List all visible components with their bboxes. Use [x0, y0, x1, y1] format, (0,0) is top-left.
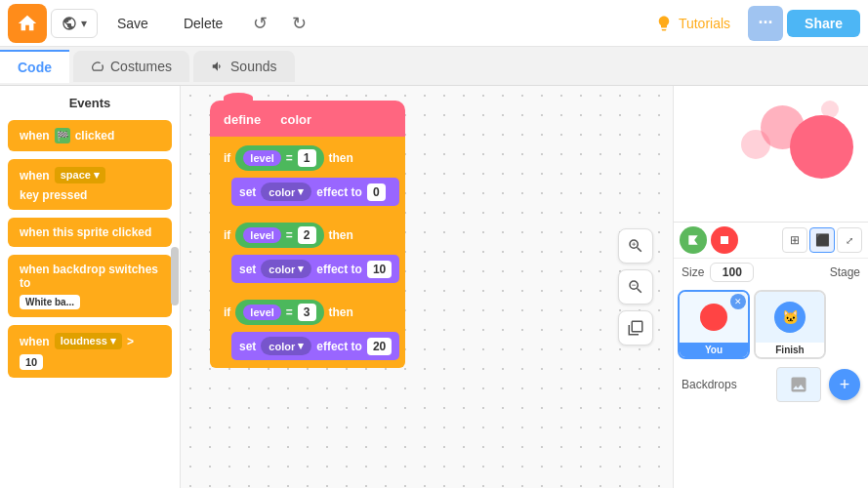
condition-3: level = 3 [235, 300, 323, 325]
set-block-2[interactable]: set color ▾ effect to 10 [231, 255, 399, 283]
size-label: Size [682, 265, 704, 279]
stage-label: Stage [830, 265, 860, 279]
tab-sounds[interactable]: Sounds [193, 51, 294, 82]
if-block-3[interactable]: if level = 3 then [216, 295, 399, 330]
sprites-grid: ✕ You 🐱 Finish [674, 286, 868, 363]
tab-code[interactable]: Code [0, 50, 69, 83]
sprite-name-finish: Finish [756, 343, 824, 357]
condition-2: level = 2 [235, 223, 323, 248]
backdrops-label: Backdrops [682, 378, 768, 391]
set-block-1[interactable]: set color ▾ effect to 0 [231, 178, 399, 206]
undo-button[interactable]: ↺ [242, 6, 277, 41]
stage-panel: ⊞ ⬛ ⤢ Size Stage ✕ You [673, 86, 868, 488]
zoom-fit-button[interactable] [618, 310, 653, 346]
zoom-controls [618, 228, 653, 346]
color-dropdown-2[interactable]: color ▾ [261, 260, 311, 278]
tab-bar: Code Costumes Sounds [0, 47, 868, 86]
green-flag-button[interactable] [680, 226, 707, 254]
backdrop-dropdown[interactable]: White ba... [20, 295, 80, 309]
home-button[interactable] [8, 4, 47, 43]
main-area: Events when 🏁 clicked when space ▾ key p… [0, 86, 868, 488]
delete-button[interactable]: Delete [168, 10, 238, 37]
level-var-2: level [243, 227, 280, 243]
val-2: 2 [298, 226, 316, 244]
if-block-2[interactable]: if level = 2 then [216, 218, 399, 253]
stage-controls: ⊞ ⬛ ⤢ [674, 223, 868, 259]
svg-rect-0 [721, 236, 728, 244]
tutorials-button[interactable]: Tutorials [641, 9, 744, 38]
sprites-area: ✕ You 🐱 Finish Backdrops + [674, 286, 868, 488]
effect-val-1: 0 [367, 183, 386, 201]
size-input[interactable] [710, 263, 754, 282]
val-3: 3 [298, 304, 316, 321]
toolbar: ▾ Save Delete ↺ ↻ Tutorials ··· Share [0, 0, 868, 47]
backdrop-thumbnail[interactable] [776, 367, 821, 402]
circle-big [790, 115, 853, 179]
more-button[interactable]: ··· [748, 6, 783, 41]
set-block-3[interactable]: set color ▾ effect to 20 [231, 332, 399, 360]
loudness-value[interactable]: 10 [20, 354, 43, 370]
script-area[interactable]: define color if level = 1 then [181, 86, 673, 488]
category-title: Events [8, 96, 172, 110]
loudness-dropdown[interactable]: loudness ▾ [55, 333, 122, 349]
share-button[interactable]: Share [787, 10, 860, 37]
sprite-thumb-finish: 🐱 [756, 292, 824, 343]
sprite-name-you: You [680, 343, 748, 357]
language-selector[interactable]: ▾ [51, 9, 98, 38]
stop-button[interactable] [711, 226, 738, 254]
layout-medium-button[interactable]: ⬛ [809, 227, 835, 253]
hat-bump [224, 93, 253, 102]
condition-1: level = 1 [235, 145, 323, 171]
block-key-pressed[interactable]: when space ▾ key pressed [8, 159, 172, 210]
define-hat: define color if level = 1 then [210, 101, 405, 368]
zoom-out-button[interactable] [618, 269, 653, 305]
save-button[interactable]: Save [102, 10, 164, 37]
tab-costumes[interactable]: Costumes [73, 51, 189, 82]
effect-val-3: 20 [367, 338, 392, 355]
block-sprite-clicked[interactable]: when this sprite clicked [8, 218, 172, 247]
blocks-panel: Events when 🏁 clicked when space ▾ key p… [0, 86, 181, 488]
sprite-card-finish[interactable]: 🐱 Finish [754, 290, 826, 359]
language-label: ▾ [81, 17, 87, 30]
key-dropdown[interactable]: space ▾ [55, 167, 105, 183]
sprite-icon-finish: 🐱 [774, 302, 806, 333]
level-var-3: level [243, 305, 280, 320]
sprite-card-you[interactable]: ✕ You [678, 290, 750, 359]
effect-val-2: 10 [367, 261, 392, 278]
color-dropdown-1[interactable]: color ▾ [261, 183, 311, 201]
redo-button[interactable]: ↻ [281, 6, 316, 41]
block-loudness[interactable]: when loudness ▾ > 10 [8, 325, 172, 378]
layout-small-button[interactable]: ⊞ [782, 227, 807, 253]
block-when-clicked[interactable]: when 🏁 clicked [8, 120, 172, 151]
layout-buttons: ⊞ ⬛ ⤢ [782, 227, 862, 253]
block-backdrop-switches[interactable]: when backdrop switches to White ba... [8, 255, 172, 317]
level-var-1: level [243, 150, 280, 166]
color-dropdown-3[interactable]: color ▾ [261, 337, 311, 355]
stage-preview [674, 86, 868, 223]
sprite-thumb-you: ✕ [680, 292, 748, 343]
flag-icon: 🏁 [55, 128, 70, 143]
define-block[interactable]: define color [210, 101, 405, 137]
backdrops-row: Backdrops + [674, 363, 868, 406]
zoom-in-button[interactable] [618, 228, 653, 264]
custom-block-color[interactable]: color [269, 108, 323, 131]
val-1: 1 [298, 149, 316, 167]
fullscreen-button[interactable]: ⤢ [837, 227, 862, 253]
script-container: define color if level = 1 then [210, 101, 405, 368]
sprite-delete-you[interactable]: ✕ [730, 294, 746, 309]
scrollbar[interactable] [171, 247, 179, 305]
size-row: Size Stage [674, 259, 868, 286]
add-backdrop-button[interactable]: + [829, 369, 860, 400]
if-block-1[interactable]: if level = 1 then [216, 141, 399, 176]
sprite-dot-you [700, 304, 727, 331]
